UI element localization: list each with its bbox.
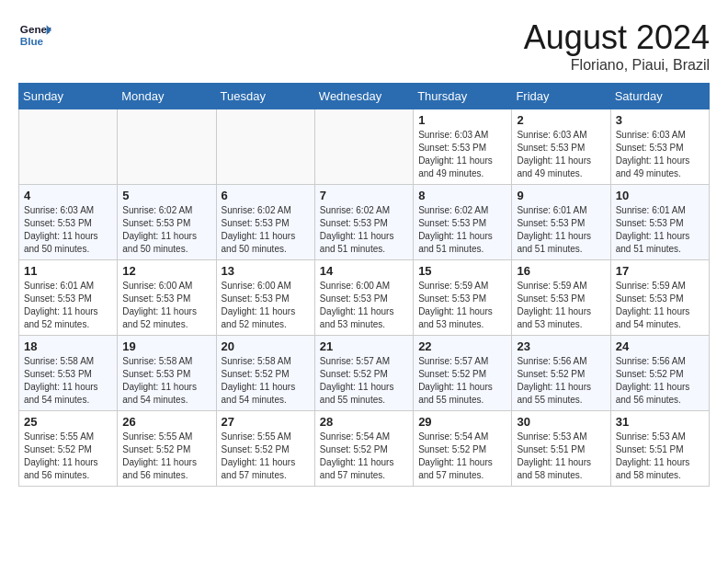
day-number: 19 (122, 339, 210, 353)
calendar-cell: 16Sunrise: 5:59 AMSunset: 5:53 PMDayligh… (512, 260, 610, 336)
day-info: Sunrise: 5:59 AMSunset: 5:53 PMDaylight:… (418, 280, 506, 331)
location-subtitle: Floriano, Piaui, Brazil (524, 57, 710, 74)
day-info: Sunrise: 5:55 AMSunset: 5:52 PMDaylight:… (122, 431, 210, 482)
day-info: Sunrise: 5:56 AMSunset: 5:52 PMDaylight:… (517, 355, 605, 407)
calendar-cell: 11Sunrise: 6:01 AMSunset: 5:53 PMDayligh… (19, 260, 118, 336)
day-number: 23 (517, 339, 605, 353)
day-info: Sunrise: 5:55 AMSunset: 5:52 PMDaylight:… (222, 431, 310, 482)
day-info: Sunrise: 5:56 AMSunset: 5:52 PMDaylight:… (616, 355, 704, 407)
calendar-cell: 30Sunrise: 5:53 AMSunset: 5:51 PMDayligh… (512, 411, 610, 487)
day-number: 14 (320, 264, 408, 278)
day-number: 22 (418, 339, 506, 353)
day-info: Sunrise: 5:57 AMSunset: 5:52 PMDaylight:… (320, 355, 408, 407)
day-info: Sunrise: 6:03 AMSunset: 5:53 PMDaylight:… (517, 129, 605, 180)
day-info: Sunrise: 5:53 AMSunset: 5:51 PMDaylight:… (616, 431, 704, 482)
day-info: Sunrise: 6:00 AMSunset: 5:53 PMDaylight:… (122, 280, 210, 331)
calendar-cell: 21Sunrise: 5:57 AMSunset: 5:52 PMDayligh… (314, 336, 413, 411)
day-number: 12 (122, 264, 210, 278)
calendar-cell: 28Sunrise: 5:54 AMSunset: 5:52 PMDayligh… (314, 411, 413, 487)
day-number: 5 (122, 189, 210, 202)
day-info: Sunrise: 6:01 AMSunset: 5:53 PMDaylight:… (517, 204, 605, 256)
calendar-cell: 26Sunrise: 5:55 AMSunset: 5:52 PMDayligh… (118, 411, 216, 487)
day-number: 31 (616, 415, 704, 429)
weekday-header-row: SundayMondayTuesdayWednesdayThursdayFrid… (19, 84, 710, 109)
day-info: Sunrise: 6:02 AMSunset: 5:53 PMDaylight:… (418, 204, 506, 256)
day-number: 25 (24, 415, 112, 429)
calendar-cell: 7Sunrise: 6:02 AMSunset: 5:53 PMDaylight… (314, 185, 413, 260)
calendar-cell: 29Sunrise: 5:54 AMSunset: 5:52 PMDayligh… (414, 411, 512, 487)
day-number: 15 (418, 264, 506, 278)
day-info: Sunrise: 6:02 AMSunset: 5:53 PMDaylight:… (222, 204, 310, 256)
logo-icon: General Blue (18, 18, 51, 52)
calendar-cell: 18Sunrise: 5:58 AMSunset: 5:53 PMDayligh… (19, 336, 118, 411)
day-number: 6 (222, 189, 310, 202)
day-number: 27 (222, 415, 310, 429)
day-info: Sunrise: 5:55 AMSunset: 5:52 PMDaylight:… (24, 431, 112, 482)
calendar-cell: 8Sunrise: 6:02 AMSunset: 5:53 PMDaylight… (414, 185, 512, 260)
calendar-cell: 12Sunrise: 6:00 AMSunset: 5:53 PMDayligh… (118, 260, 216, 336)
calendar-body: 1Sunrise: 6:03 AMSunset: 5:53 PMDaylight… (19, 109, 710, 487)
day-number: 29 (418, 415, 506, 429)
day-number: 7 (320, 189, 408, 202)
day-number: 18 (24, 339, 112, 353)
calendar-cell: 15Sunrise: 5:59 AMSunset: 5:53 PMDayligh… (414, 260, 512, 336)
day-number: 20 (222, 339, 310, 353)
day-number: 24 (616, 339, 704, 353)
page-header: General Blue August 2024 Floriano, Piaui… (18, 18, 710, 74)
weekday-header-cell: Friday (512, 84, 610, 109)
day-info: Sunrise: 6:00 AMSunset: 5:53 PMDaylight:… (320, 280, 408, 331)
calendar-cell: 10Sunrise: 6:01 AMSunset: 5:53 PMDayligh… (610, 185, 709, 260)
day-number: 10 (616, 189, 704, 202)
calendar-week-row: 11Sunrise: 6:01 AMSunset: 5:53 PMDayligh… (19, 260, 710, 336)
calendar-cell: 25Sunrise: 5:55 AMSunset: 5:52 PMDayligh… (19, 411, 118, 487)
day-number: 3 (616, 113, 704, 127)
day-number: 17 (616, 264, 704, 278)
calendar-cell: 9Sunrise: 6:01 AMSunset: 5:53 PMDaylight… (512, 185, 610, 260)
day-info: Sunrise: 6:03 AMSunset: 5:53 PMDaylight:… (418, 129, 506, 180)
weekday-header-cell: Saturday (610, 84, 709, 109)
calendar-cell: 5Sunrise: 6:02 AMSunset: 5:53 PMDaylight… (118, 185, 216, 260)
day-info: Sunrise: 5:59 AMSunset: 5:53 PMDaylight:… (616, 280, 704, 331)
day-number: 8 (418, 189, 506, 202)
calendar-week-row: 1Sunrise: 6:03 AMSunset: 5:53 PMDaylight… (19, 109, 710, 185)
day-number: 13 (222, 264, 310, 278)
svg-text:Blue: Blue (20, 35, 44, 47)
weekday-header-cell: Thursday (414, 84, 512, 109)
day-info: Sunrise: 5:58 AMSunset: 5:53 PMDaylight:… (122, 355, 210, 407)
calendar-cell: 24Sunrise: 5:56 AMSunset: 5:52 PMDayligh… (610, 336, 709, 411)
calendar-cell: 20Sunrise: 5:58 AMSunset: 5:52 PMDayligh… (216, 336, 314, 411)
calendar-cell (19, 109, 118, 185)
calendar-cell (118, 109, 216, 185)
day-info: Sunrise: 6:02 AMSunset: 5:53 PMDaylight:… (122, 204, 210, 256)
day-number: 30 (517, 415, 605, 429)
day-info: Sunrise: 6:00 AMSunset: 5:53 PMDaylight:… (222, 280, 310, 331)
calendar-cell: 17Sunrise: 5:59 AMSunset: 5:53 PMDayligh… (610, 260, 709, 336)
calendar-cell: 6Sunrise: 6:02 AMSunset: 5:53 PMDaylight… (216, 185, 314, 260)
calendar-cell: 19Sunrise: 5:58 AMSunset: 5:53 PMDayligh… (118, 336, 216, 411)
calendar-cell: 13Sunrise: 6:00 AMSunset: 5:53 PMDayligh… (216, 260, 314, 336)
day-info: Sunrise: 5:53 AMSunset: 5:51 PMDaylight:… (517, 431, 605, 482)
calendar-cell: 22Sunrise: 5:57 AMSunset: 5:52 PMDayligh… (414, 336, 512, 411)
day-number: 11 (24, 264, 112, 278)
day-number: 16 (517, 264, 605, 278)
day-info: Sunrise: 5:58 AMSunset: 5:52 PMDaylight:… (222, 355, 310, 407)
calendar-cell: 27Sunrise: 5:55 AMSunset: 5:52 PMDayligh… (216, 411, 314, 487)
logo: General Blue (18, 18, 51, 52)
calendar-cell: 2Sunrise: 6:03 AMSunset: 5:53 PMDaylight… (512, 109, 610, 185)
day-number: 9 (517, 189, 605, 202)
day-number: 1 (418, 113, 506, 127)
day-info: Sunrise: 6:02 AMSunset: 5:53 PMDaylight:… (320, 204, 408, 256)
day-info: Sunrise: 5:54 AMSunset: 5:52 PMDaylight:… (418, 431, 506, 482)
day-number: 4 (24, 189, 112, 202)
weekday-header-cell: Tuesday (216, 84, 314, 109)
calendar-week-row: 25Sunrise: 5:55 AMSunset: 5:52 PMDayligh… (19, 411, 710, 487)
calendar-cell: 1Sunrise: 6:03 AMSunset: 5:53 PMDaylight… (414, 109, 512, 185)
calendar-cell: 31Sunrise: 5:53 AMSunset: 5:51 PMDayligh… (610, 411, 709, 487)
day-info: Sunrise: 5:58 AMSunset: 5:53 PMDaylight:… (24, 355, 112, 407)
weekday-header-cell: Wednesday (314, 84, 413, 109)
day-info: Sunrise: 5:59 AMSunset: 5:53 PMDaylight:… (517, 280, 605, 331)
day-info: Sunrise: 6:03 AMSunset: 5:53 PMDaylight:… (24, 204, 112, 256)
day-number: 2 (517, 113, 605, 127)
calendar-week-row: 18Sunrise: 5:58 AMSunset: 5:53 PMDayligh… (19, 336, 710, 411)
day-number: 21 (320, 339, 408, 353)
